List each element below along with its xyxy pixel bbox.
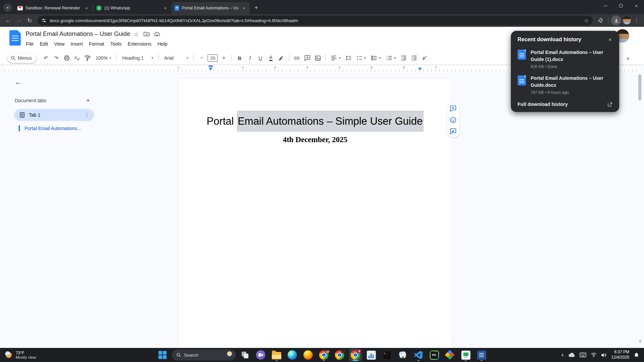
menus-search-button[interactable]: Menus	[7, 53, 37, 63]
document-heading[interactable]: Portal Email Automations – Simple User G…	[178, 115, 452, 128]
google-docs-logo[interactable]	[9, 30, 21, 46]
window-maximize-button[interactable]	[613, 0, 629, 11]
download-file-name[interactable]: Portal Email Automations – User Guide (1…	[531, 49, 612, 63]
star-document-icon[interactable]: ☆	[134, 31, 139, 38]
taskbar-search[interactable]: Search	[172, 350, 236, 360]
menu-file[interactable]: File	[23, 40, 37, 48]
print-button[interactable]	[62, 54, 71, 62]
tab-close-button[interactable]: ×	[84, 5, 89, 11]
decrease-font-button[interactable]: −	[197, 54, 206, 62]
menu-tools[interactable]: Tools	[107, 40, 125, 48]
close-panel-back-icon[interactable]: ←	[15, 78, 22, 86]
add-tab-button[interactable]: +	[84, 97, 92, 104]
redo-button[interactable]: ↷	[52, 54, 61, 62]
taskbar-icon-task-manager[interactable]	[365, 349, 378, 361]
taskbar-icon-edge[interactable]	[286, 349, 299, 361]
paint-format-icon[interactable]	[83, 54, 92, 62]
font-size-input[interactable]: 20	[208, 54, 218, 62]
address-bar[interactable]: docs.google.com/document/d/1jpc3R6Cmpii0…	[38, 16, 593, 25]
menu-help[interactable]: Help	[155, 40, 171, 48]
hide-menus-button[interactable]: ∧	[623, 54, 633, 63]
bulleted-list-select[interactable]: ▾	[369, 54, 383, 62]
emoji-reaction-button[interactable]	[450, 117, 457, 123]
document-title[interactable]: Portal Email Automations – User Guide	[25, 31, 130, 38]
taskbar-clock[interactable]: 6:37 PM 12/4/2025	[611, 350, 629, 360]
add-comment-icon[interactable]	[303, 54, 312, 62]
onedrive-cloud-icon[interactable]	[569, 353, 575, 357]
insert-link-icon[interactable]	[292, 54, 301, 62]
start-button[interactable]	[156, 349, 169, 361]
site-info-icon[interactable]	[42, 18, 46, 23]
cloud-saved-icon[interactable]	[154, 32, 160, 37]
right-indent-marker[interactable]	[418, 68, 422, 70]
tab-close-button[interactable]: ×	[163, 5, 168, 11]
line-spacing-icon[interactable]	[344, 54, 353, 62]
download-file-name[interactable]: Portal Email Automations – User Guide.do…	[531, 75, 612, 89]
wifi-icon[interactable]	[591, 353, 597, 357]
taskbar-icon-file-explorer[interactable]	[270, 349, 283, 361]
menu-format[interactable]: Format	[86, 40, 107, 48]
outline-heading-item[interactable]: Portal Email Automations...	[19, 125, 94, 131]
font-family-select[interactable]: Arial ▾	[162, 54, 190, 62]
taskbar-icon-pycharm[interactable]: PC	[428, 349, 441, 361]
bold-button[interactable]: B	[235, 54, 244, 62]
document-tab-1[interactable]: Tab 1 ⋮	[14, 109, 94, 121]
move-to-folder-icon[interactable]	[144, 32, 150, 37]
taskbar-icon-pinwheel-app[interactable]	[444, 349, 457, 361]
increase-indent-icon[interactable]	[410, 54, 419, 62]
left-indent-marker[interactable]	[209, 68, 213, 70]
popup-close-icon[interactable]: ×	[608, 37, 612, 43]
taskbar-icon-firefox[interactable]	[302, 349, 315, 361]
browser-tab-docs-active[interactable]: Portal Email Automations – Use ×	[171, 2, 250, 14]
bookmark-star-icon[interactable]: ☆	[584, 17, 589, 24]
back-button[interactable]: ←	[3, 16, 13, 25]
menu-edit[interactable]: Edit	[37, 40, 51, 48]
tab-close-button[interactable]: ×	[241, 5, 247, 11]
taskbar-icon-terminal[interactable]: >_	[381, 349, 393, 361]
collapse-side-arrow[interactable]: ‹	[639, 337, 641, 345]
full-download-history-link[interactable]: Full download history	[518, 102, 612, 107]
browser-profile-avatar[interactable]	[623, 16, 631, 25]
first-line-indent-marker[interactable]	[209, 65, 213, 67]
extensions-puzzle-icon[interactable]	[596, 16, 605, 25]
text-color-button[interactable]: A	[266, 54, 275, 62]
highlight-color-icon[interactable]	[277, 54, 285, 62]
insert-image-icon[interactable]	[313, 54, 322, 62]
notification-bell-icon[interactable]	[634, 352, 639, 358]
italic-button[interactable]: I	[246, 54, 254, 62]
document-date[interactable]: 4th December, 2025	[178, 135, 452, 144]
decrease-indent-icon[interactable]	[399, 54, 408, 62]
task-view-button[interactable]	[239, 349, 252, 361]
menu-view[interactable]: View	[51, 40, 67, 48]
undo-button[interactable]: ↶	[42, 54, 50, 62]
menu-insert[interactable]: Insert	[68, 40, 86, 48]
browser-tab-gmail[interactable]: Sandbox: Renewal Reminder - E ×	[14, 2, 93, 14]
taskbar-icon-chrome-active[interactable]: S	[349, 349, 362, 361]
add-comment-button[interactable]	[450, 105, 457, 112]
taskbar-icon-postgresql[interactable]	[396, 349, 409, 361]
numbered-list-select[interactable]: 123 ▾	[384, 54, 398, 62]
menu-extensions[interactable]: Extensions	[125, 40, 155, 48]
volume-icon[interactable]	[601, 353, 607, 358]
browser-menu-kebab-icon[interactable]: ⋮	[633, 17, 641, 23]
underline-button[interactable]: U	[256, 54, 265, 62]
download-item[interactable]: Portal Email Automations – User Guide.do…	[518, 75, 612, 95]
align-select[interactable]: ▾	[329, 54, 342, 62]
tab-options-kebab-icon[interactable]: ⋮	[83, 112, 91, 118]
download-item[interactable]: Portal Email Automations – User Guide (1…	[518, 49, 612, 69]
taskbar-weather-widget[interactable]: 73°F Mostly clear	[0, 351, 74, 360]
paragraph-style-select[interactable]: Heading 1 ▾	[120, 54, 155, 62]
reload-button[interactable]: ↻	[25, 16, 34, 25]
increase-font-button[interactable]: +	[219, 54, 228, 62]
suggest-edits-button[interactable]	[450, 128, 457, 135]
forward-button[interactable]: →	[14, 16, 23, 25]
taskbar-icon-video-chat[interactable]	[255, 349, 267, 361]
tab-search-button[interactable]: ▾	[3, 3, 12, 12]
window-minimize-button[interactable]	[598, 0, 613, 11]
downloads-button[interactable]	[611, 15, 621, 25]
taskbar-icon-chrome-profile2[interactable]	[333, 349, 346, 361]
window-close-button[interactable]: ×	[629, 0, 644, 11]
spellcheck-button[interactable]: A	[73, 54, 82, 62]
browser-tab-whatsapp[interactable]: 1 (1) WhatsApp ×	[93, 2, 171, 14]
clear-formatting-icon[interactable]: X	[420, 54, 429, 62]
